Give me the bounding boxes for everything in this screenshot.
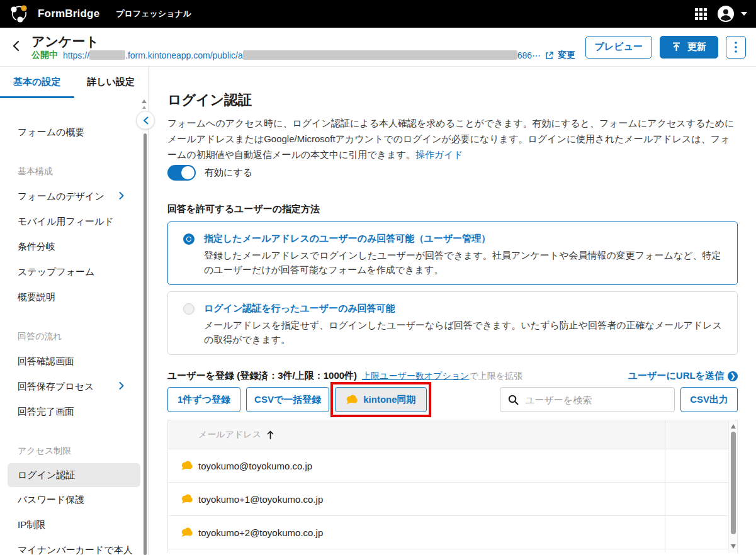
scroll-up-arrow[interactable] xyxy=(731,424,736,429)
search-icon xyxy=(508,395,519,405)
scroll-down-arrow[interactable] xyxy=(731,544,736,549)
register-users-label: ユーザーを登録 (登録済：3件/上限：1000件) xyxy=(167,370,357,382)
sidebar-section-access-restriction: アクセス制限 xyxy=(0,438,148,463)
kintone-icon xyxy=(181,527,193,537)
user-email: toyokumo+2@toyokumo.co.jp xyxy=(198,527,323,538)
email-column-header[interactable]: メールアドレス xyxy=(198,429,261,440)
user-table: メールアドレス toyokumo@toyokumo.co.jp toyokumo… xyxy=(167,420,738,552)
send-url-info-icon[interactable]: ❯ xyxy=(728,371,738,381)
table-row[interactable]: toyokumo+2@toyokumo.co.jp xyxy=(168,516,737,549)
apps-grid-icon[interactable] xyxy=(695,8,707,20)
user-email: toyokumo@toyokumo.co.jp xyxy=(198,461,312,471)
column-divider xyxy=(665,420,665,552)
more-menu-button[interactable] xyxy=(726,36,746,59)
sidebar-item-conditional-branch[interactable]: 条件分岐 xyxy=(0,234,148,259)
guide-link[interactable]: 操作ガイド xyxy=(415,149,463,160)
table-row[interactable]: toyokumo+1@toyokumo.co.jp xyxy=(168,483,737,516)
settings-sidebar: 基本の設定 詳しい設定 フォームの概要 基本構成 フォームのデザイン モバイル用… xyxy=(0,67,149,555)
kintone-icon xyxy=(346,395,358,405)
scrollbar-thumb[interactable] xyxy=(731,432,736,534)
formbridge-logo xyxy=(9,3,30,25)
page-title: ログイン認証 xyxy=(167,92,738,108)
table-row[interactable]: toyokumo@toyokumo.co.jp xyxy=(168,449,737,483)
tab-advanced-settings[interactable]: 詳しい設定 xyxy=(74,67,149,98)
sidebar-collapse-button[interactable] xyxy=(136,111,155,130)
form-title: アンケート xyxy=(31,33,575,49)
sidebar-item-mynumber-card[interactable]: マイナンバーカードで本人 xyxy=(0,537,148,555)
option-any-login-user[interactable]: ログイン認証を行ったユーザーのみ回答可能 メールアドレスを指定せず、ログインした… xyxy=(167,291,738,355)
brand-name: FormBridge xyxy=(38,8,99,20)
chevron-right-icon xyxy=(119,374,124,399)
sidebar-item-response-confirm[interactable]: 回答確認画面 xyxy=(0,349,148,374)
public-url: https://.form.kintoneapp.com/public/a686… xyxy=(63,50,541,60)
option-description: 登録したメールアドレスでログインしたユーザーが回答できます。社員アンケートや会員… xyxy=(204,248,722,277)
limit-expand-note: で上限を拡張 xyxy=(469,371,522,382)
back-button[interactable] xyxy=(6,38,25,56)
radio-selected-icon[interactable] xyxy=(183,233,195,245)
csv-export-button[interactable]: CSV出力 xyxy=(680,387,738,412)
sort-asc-icon[interactable] xyxy=(267,430,274,439)
sidebar-item-form-design[interactable]: フォームのデザイン xyxy=(0,184,148,209)
user-avatar-icon[interactable] xyxy=(717,5,735,23)
radio-unselected-icon[interactable] xyxy=(183,303,195,315)
url-redaction xyxy=(89,50,125,60)
user-menu-caret[interactable] xyxy=(741,12,747,16)
sidebar-item-password-protect[interactable]: パスワード保護 xyxy=(0,487,148,512)
send-url-link[interactable]: ユーザーにURLを送信 xyxy=(628,370,724,382)
url-redaction xyxy=(243,50,517,60)
option-description: メールアドレスを指定せず、ログインしたユーザーならば回答できます。いたずら防止や… xyxy=(204,318,722,347)
sidebar-item-step-form[interactable]: ステップフォーム xyxy=(0,259,148,284)
table-header: メールアドレス xyxy=(168,420,737,449)
main-content: ログイン認証 フォームへのアクセス時に、ログイン認証による本人確認を求めることが… xyxy=(149,67,756,555)
sidebar-item-login-auth[interactable]: ログイン認証 xyxy=(8,463,140,487)
chevron-right-icon xyxy=(119,184,124,209)
sidebar-section-basic-structure: 基本構成 xyxy=(0,159,148,184)
change-url-link[interactable]: 変更 xyxy=(558,50,575,61)
option-title: 指定したメールアドレスのユーザーのみ回答可能（ユーザー管理） xyxy=(204,232,722,245)
user-limit-option-link[interactable]: 上限ユーザー数オプション xyxy=(362,371,469,382)
sidebar-scrollbar-up[interactable] xyxy=(142,99,147,103)
csv-bulk-register-button[interactable]: CSVで一括登録 xyxy=(246,387,329,412)
user-search-input[interactable] xyxy=(525,395,667,405)
external-link-icon[interactable] xyxy=(545,51,554,60)
kebab-icon xyxy=(735,42,737,53)
status-badge: 公開中 xyxy=(31,50,58,61)
user-search-box xyxy=(500,387,675,412)
option-title: ログイン認証を行ったユーザーのみ回答可能 xyxy=(204,301,722,315)
enable-toggle[interactable] xyxy=(167,165,196,181)
sidebar-item-response-save-process[interactable]: 回答保存プロセス xyxy=(0,374,148,399)
preview-button[interactable]: プレビュー xyxy=(585,36,652,59)
sidebar-item-response-complete[interactable]: 回答完了画面 xyxy=(0,399,148,424)
app-header: FormBridge プロフェッショナル xyxy=(0,0,756,28)
update-button[interactable]: 更新 xyxy=(660,36,718,59)
table-scrollbar[interactable] xyxy=(728,420,737,552)
publish-icon xyxy=(672,42,681,52)
sidebar-section-response-flow: 回答の流れ xyxy=(0,323,148,349)
enable-toggle-label: 有効にする xyxy=(205,167,252,179)
page: FormBridge プロフェッショナル アンケート 公開中 https://.… xyxy=(0,0,756,555)
sidebar-menu: フォームの概要 基本構成 フォームのデザイン モバイル用フィールド 条件分岐 ス… xyxy=(0,98,148,555)
kintone-icon xyxy=(181,494,193,504)
sidebar-item-overview-description[interactable]: 概要説明 xyxy=(0,284,148,310)
tab-basic-settings[interactable]: 基本の設定 xyxy=(0,67,74,98)
user-email: toyokumo+1@toyokumo.co.jp xyxy=(198,494,323,505)
sidebar-item-form-overview[interactable]: フォームの概要 xyxy=(0,120,148,145)
register-one-button[interactable]: 1件ずつ登録 xyxy=(167,387,240,412)
plan-name: プロフェッショナル xyxy=(116,8,191,20)
sidebar-scrollbar-up2[interactable] xyxy=(142,106,146,109)
sidebar-item-ip-restriction[interactable]: IP制限 xyxy=(0,512,148,537)
form-header: アンケート 公開中 https://.form.kintoneapp.com/p… xyxy=(0,28,756,67)
user-specify-section-title: 回答を許可するユーザーの指定方法 xyxy=(167,203,738,215)
option-specified-email[interactable]: 指定したメールアドレスのユーザーのみ回答可能（ユーザー管理） 登録したメールアド… xyxy=(167,221,738,285)
kintone-icon xyxy=(181,461,193,471)
sidebar-scrollbar[interactable] xyxy=(144,133,147,555)
page-description: フォームへのアクセス時に、ログイン認証による本人確認を求めることができます。有効… xyxy=(167,115,738,162)
kintone-sync-button[interactable]: kintone同期 xyxy=(335,387,426,412)
sidebar-item-mobile-fields[interactable]: モバイル用フィールド xyxy=(0,209,148,234)
